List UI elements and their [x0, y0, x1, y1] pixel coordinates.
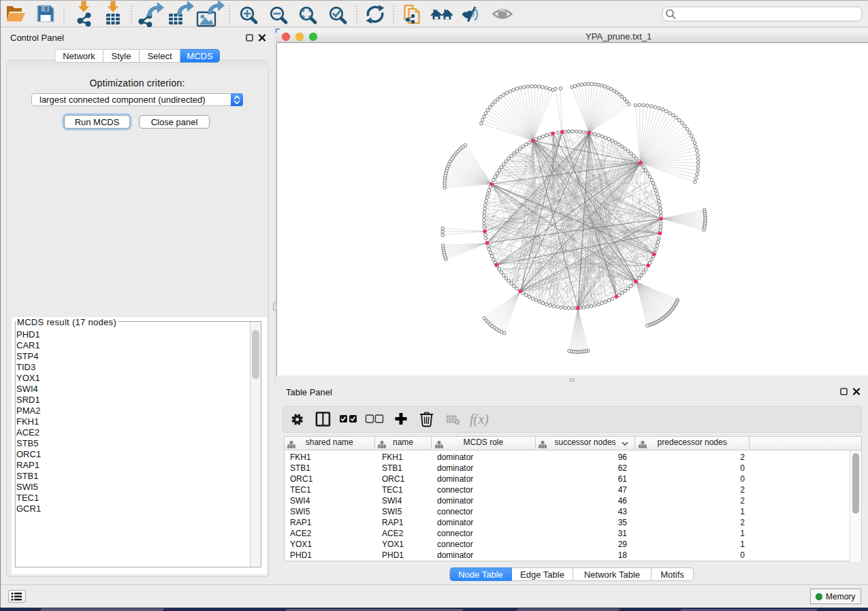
svg-text:f(x): f(x) [470, 412, 489, 427]
